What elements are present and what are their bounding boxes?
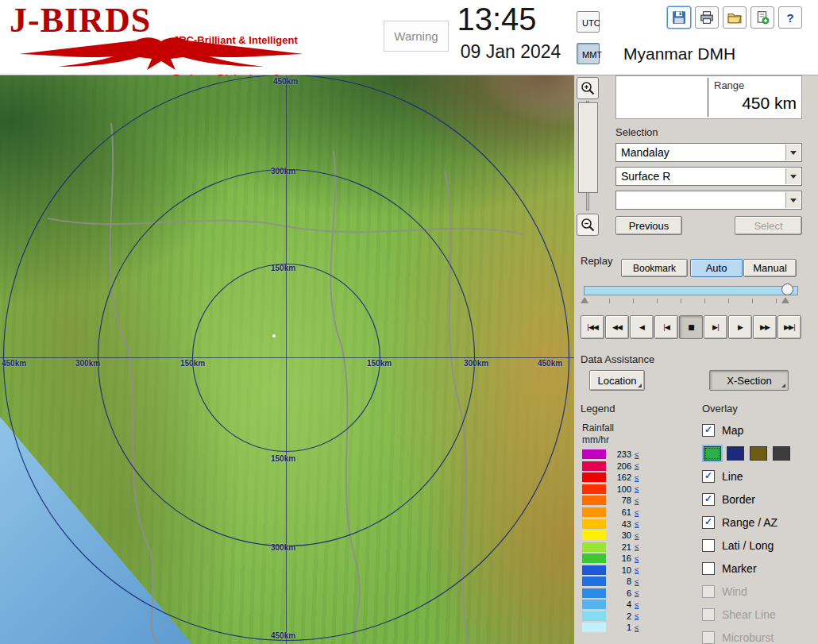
playback-play-button[interactable]: ▶ [728, 315, 752, 339]
legend-row: 43≤ [582, 518, 685, 530]
corner-arrow-icon [781, 384, 785, 388]
zoom-in-button[interactable] [577, 77, 599, 99]
legend-row: 206≤ [582, 461, 685, 472]
auto-button[interactable]: Auto [690, 259, 743, 277]
legend-color-swatch [582, 472, 606, 482]
legend-value: 8 [611, 577, 631, 586]
replay-timeline-slider[interactable] [584, 286, 798, 295]
legend-row: 2≤ [582, 611, 685, 623]
map-style-swatch[interactable] [773, 446, 790, 461]
legend-lte-symbol: ≤ [635, 450, 639, 459]
playback-step-forward-button[interactable]: ▶| [704, 315, 727, 339]
location-button[interactable]: Location [589, 370, 645, 391]
overlay-label: Overlay [702, 403, 738, 415]
playback-fast-forward-button[interactable]: ▶▶ [753, 315, 777, 339]
zoom-slider[interactable] [577, 101, 599, 210]
overlay-item-label: Marker [722, 562, 757, 575]
playback-stop-button[interactable]: ■ [679, 315, 703, 339]
help-button[interactable]: ? [778, 6, 802, 29]
map-style-swatch[interactable] [750, 446, 767, 461]
playback-step-back-button[interactable]: |◀ [654, 315, 678, 339]
data-assistance-label: Data Assistance [581, 353, 654, 365]
playback-fast-rewind-button[interactable]: ◀◀ [605, 315, 629, 339]
legend-color-swatch [582, 461, 606, 471]
overlay-item-range-az[interactable]: ✓Range / AZ [702, 511, 818, 534]
save-button[interactable] [667, 6, 691, 29]
zoom-out-button[interactable] [577, 214, 599, 236]
select-button: Select [735, 216, 802, 235]
legend-value: 162 [611, 472, 631, 482]
legend-row: 30≤ [582, 530, 685, 542]
legend-color-swatch [582, 496, 606, 505]
overlay-item-lati-long[interactable]: Lati / Long [702, 534, 818, 557]
overlay-item-label: Wind [722, 585, 747, 598]
playback-skip-to-end-button[interactable]: ▶▶| [777, 315, 801, 339]
legend-row: 21≤ [582, 541, 685, 553]
playback-skip-to-start-button[interactable]: |◀◀ [581, 315, 604, 339]
x-section-button[interactable]: X-Section [709, 370, 789, 391]
legend-row: 4≤ [582, 599, 685, 611]
range-ring-label: 150km [180, 359, 205, 368]
legend-value: 61 [611, 507, 631, 517]
overlay-item-marker[interactable]: Marker [702, 557, 818, 580]
lati-long-checkbox[interactable] [702, 539, 715, 552]
legend-lte-symbol: ≤ [635, 531, 639, 540]
zoom-slider-thumb[interactable] [578, 102, 598, 193]
legend-lte-symbol: ≤ [635, 461, 639, 470]
extra-dropdown[interactable] [615, 191, 802, 210]
bookmark-button[interactable]: Bookmark [621, 259, 688, 277]
legend-color-swatch [582, 577, 606, 586]
product-dropdown[interactable]: Surface R [615, 167, 802, 186]
range-ring-label: 450km [273, 77, 298, 86]
replay-label: Replay [581, 255, 612, 267]
range-az-checkbox[interactable]: ✓ [702, 516, 715, 529]
chevron-down-icon[interactable] [785, 168, 801, 184]
add-file-button[interactable] [750, 6, 774, 29]
range-ring-label: 150km [367, 359, 392, 368]
legend-row: 1≤ [582, 622, 685, 634]
help-icon: ? [786, 11, 793, 25]
range-ring-label: 150km [271, 454, 295, 463]
legend-lte-symbol: ≤ [635, 588, 639, 597]
map-style-swatch[interactable] [727, 446, 744, 461]
open-file-button[interactable] [723, 6, 747, 29]
range-ring-label: 150km [271, 264, 295, 272]
legend-row: 6≤ [582, 588, 685, 600]
legend-row: 100≤ [582, 484, 685, 496]
timezone-mmt-button[interactable]: MMT [577, 43, 600, 64]
map-style-swatch[interactable] [704, 446, 721, 461]
overlay-item-label: Border [722, 493, 755, 506]
manual-button[interactable]: Manual [743, 259, 797, 277]
legend-lte-symbol: ≤ [635, 496, 639, 505]
chevron-down-icon[interactable] [785, 192, 801, 208]
line-checkbox[interactable]: ✓ [702, 470, 715, 483]
overlay-item-line[interactable]: ✓Line [702, 465, 818, 488]
print-button[interactable] [695, 6, 719, 29]
range-ring-label: 300km [271, 543, 295, 552]
legend-lte-symbol: ≤ [635, 508, 639, 517]
legend-unit-line1: Rainfall [582, 422, 614, 434]
timezone-utc-button[interactable]: UTC [577, 11, 600, 33]
legend-lte-symbol: ≤ [635, 611, 639, 620]
marker-checkbox[interactable] [702, 562, 715, 575]
overlay-item-map[interactable]: ✓Map [702, 418, 818, 442]
map-style-swatches [702, 442, 818, 465]
map-checkbox[interactable]: ✓ [702, 424, 715, 437]
playback-controls: |◀◀◀◀◀|◀■▶|▶▶▶▶▶| [581, 315, 804, 339]
chevron-down-icon[interactable] [785, 145, 801, 160]
border-checkbox[interactable]: ✓ [702, 493, 715, 506]
overlay-item-border[interactable]: ✓Border [702, 488, 818, 511]
legend-color-swatch [582, 623, 606, 632]
range-ring-label: 300km [464, 359, 488, 368]
legend-lte-symbol: ≤ [635, 542, 639, 551]
legend-lte-symbol: ≤ [635, 623, 639, 632]
site-dropdown[interactable]: Mandalay [615, 143, 802, 162]
previous-button[interactable]: Previous [615, 216, 682, 235]
legend-unit-line2: mm/hr [582, 434, 609, 445]
legend-value: 10 [611, 565, 631, 575]
timeline-thumb[interactable] [781, 283, 793, 295]
corner-arrow-icon [638, 384, 642, 388]
legend-value: 4 [611, 600, 631, 609]
playback-play-reverse-button[interactable]: ◀ [630, 315, 654, 339]
radar-map[interactable]: 450km 300km 150km 450km 300km 150km 150k… [0, 75, 574, 644]
